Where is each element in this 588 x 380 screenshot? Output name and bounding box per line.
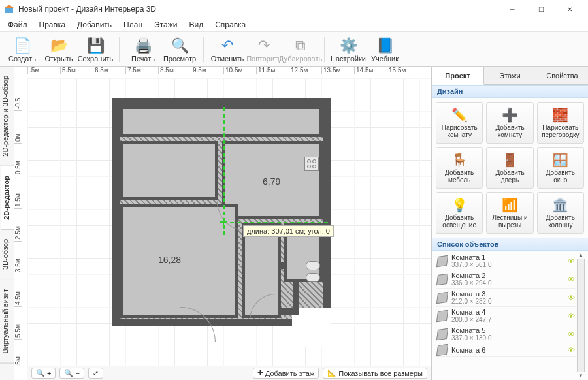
window-minimize-button[interactable]: ─ [498, 0, 527, 18]
svg-marker-1 [5, 5, 14, 8]
right-panel: Проект Этажи Свойства Дизайн ✏️Нарисоват… [431, 67, 588, 380]
menu-add[interactable]: Добавить [72, 19, 117, 31]
app-icon [4, 4, 14, 14]
toolbar-duplicate[interactable]: ⧉Дублировать [282, 33, 319, 66]
ruler-tick: .5м [27, 67, 60, 74]
tool-add-light[interactable]: 💡Добавить освещение [436, 192, 483, 234]
object-dimensions: 200.0 × 247.7 [451, 316, 491, 323]
stairs-icon: 📶 [502, 197, 518, 213]
undo-icon: ↶ [217, 37, 238, 54]
object-list-item[interactable]: Комната 2336.0 × 294.0👁 [436, 270, 576, 289]
ruler-tick: 3.5м [14, 242, 22, 274]
chair-icon: 🪑 [451, 152, 468, 168]
room-icon [436, 273, 448, 285]
visibility-icon[interactable]: 👁 [568, 276, 575, 283]
object-list-item[interactable]: Комната 4200.0 × 247.7👁 [436, 307, 576, 325]
ruler-tick: 10.5м [223, 67, 256, 74]
zoom-out-button[interactable]: 🔍− [59, 368, 84, 379]
menu-file[interactable]: Файл [3, 19, 33, 31]
scroll-down-button[interactable]: ▼ [578, 373, 583, 379]
ruler-tick: 0м [14, 111, 22, 144]
object-list-item[interactable]: Комната 3212.0 × 282.0👁 [436, 289, 576, 307]
add-floor-button[interactable]: ✚Добавить этаж [253, 368, 319, 379]
scroll-track[interactable] [577, 259, 585, 372]
design-tool-grid: ✏️Нарисовать комнату ➕Добавить комнату 🧱… [432, 98, 588, 238]
window-maximize-button[interactable]: ☐ [527, 0, 555, 18]
save-icon: 💾 [85, 37, 106, 54]
toolbar-tutorial[interactable]: 📘Учебник [367, 33, 403, 66]
svg-rect-0 [5, 8, 13, 13]
scroll-up-button[interactable]: ▲ [578, 252, 583, 258]
toolbar-save[interactable]: 💾Сохранить [77, 33, 114, 66]
canvas-bottom-bar: 🔍+ 🔍− ⤢ ✚Добавить этаж 📐Показывать все р… [27, 366, 431, 380]
ruler-tick: 13.5м [321, 67, 354, 74]
room-icon [436, 255, 448, 267]
tab-virtual-visit[interactable]: Виртуальный визит [0, 279, 14, 364]
ruler-icon: 📐 [327, 369, 336, 377]
ruler-tick: 6.5м [14, 340, 22, 366]
toolbar-open[interactable]: 📂Открыть [41, 33, 77, 66]
room-icon [436, 328, 448, 340]
toolbar-create[interactable]: 📄Создать [4, 33, 41, 66]
window-icon: 🪟 [552, 152, 568, 168]
menu-plan[interactable]: План [118, 19, 148, 31]
tool-add-furniture[interactable]: 🪑Добавить мебель [436, 147, 483, 189]
menu-view[interactable]: Вид [184, 19, 208, 31]
canvas-2d[interactable]: 6,79 16,28 [27, 78, 431, 366]
column-icon: 🏛️ [552, 197, 568, 213]
menu-bar: Файл Правка Добавить План Этажи Вид Спра… [0, 18, 588, 31]
object-list-item[interactable]: Комната 1337.0 × 561.0👁 [436, 252, 576, 270]
show-dimensions-button[interactable]: 📐Показывать все размеры [323, 368, 427, 379]
object-name: Комната 1 [451, 253, 491, 261]
tool-add-window[interactable]: 🪟Добавить окно [537, 147, 584, 189]
menu-edit[interactable]: Правка [34, 19, 71, 31]
plus-icon: ✚ [257, 369, 263, 377]
tab-2d-editor[interactable]: 2D-редактор [1, 166, 14, 230]
visibility-icon[interactable]: 👁 [568, 257, 575, 265]
toolbar-preview[interactable]: 🔍Просмотр [161, 33, 198, 66]
ruler-tick: 2.5м [14, 209, 22, 242]
menu-floors[interactable]: Этажи [149, 19, 182, 31]
new-file-icon: 📄 [12, 37, 33, 54]
zoom-in-button[interactable]: 🔍+ [31, 368, 56, 379]
ruler-tick: 6.5м [93, 67, 125, 74]
object-list-item[interactable]: Комната 6👁 [436, 343, 576, 357]
visibility-icon[interactable]: 👁 [568, 346, 575, 354]
toolbar-undo[interactable]: ↶Отменить [209, 33, 246, 66]
room-area-label: 6,79 [263, 176, 280, 187]
tab-2d-3d[interactable]: 2D-редактор и 3D-обзор [0, 67, 14, 166]
redo-icon: ↷ [253, 37, 274, 54]
tool-add-door[interactable]: 🚪Добавить дверь [486, 147, 533, 189]
object-list-item[interactable]: Комната 5337.0 × 130.0👁 [436, 325, 576, 343]
ruler-tick: 7.5м [125, 67, 158, 74]
tool-draw-partition[interactable]: 🧱Нарисовать перегородку [537, 102, 584, 144]
window-close-button[interactable]: ✕ [555, 0, 584, 18]
tab-floors[interactable]: Этажи [484, 67, 536, 84]
tab-3d-view[interactable]: 3D-обзор [0, 230, 14, 279]
tool-stairs-cutouts[interactable]: 📶Лестницы и вырезы [486, 192, 533, 234]
bulb-icon: 💡 [451, 197, 468, 213]
open-folder-icon: 📂 [48, 37, 69, 54]
toolbar-redo[interactable]: ↷Повторить [246, 33, 282, 66]
ruler-tick: -0.5 [14, 78, 22, 111]
room-icon [436, 309, 448, 322]
tool-add-column[interactable]: 🏛️Добавить колонну [537, 192, 584, 234]
ruler-horizontal: .5м5.5м6.5м7.5м8.5м9.5м10.5м11.5м12.5м13… [27, 67, 431, 78]
object-dimensions: 212.0 × 282.0 [451, 298, 491, 305]
visibility-icon[interactable]: 👁 [568, 294, 575, 302]
tab-properties[interactable]: Свойства [536, 67, 588, 84]
tab-project[interactable]: Проект [432, 67, 484, 85]
tool-draw-room[interactable]: ✏️Нарисовать комнату [436, 102, 483, 144]
zoom-fit-button[interactable]: ⤢ [88, 368, 103, 379]
toolbar-settings[interactable]: ⚙️Настройки [330, 33, 367, 66]
toolbar-print[interactable]: 🖨️Печать [125, 33, 161, 66]
visibility-icon[interactable]: 👁 [568, 312, 575, 320]
ruler-tick: 11.5м [256, 67, 289, 74]
visibility-icon[interactable]: 👁 [568, 330, 575, 338]
floor-plan[interactable]: 6,79 16,28 [112, 98, 331, 346]
ruler-tick: 4.5м [14, 274, 22, 307]
object-list-scrollbar[interactable]: ▲ ▼ [576, 252, 585, 379]
preview-icon: 🔍 [169, 37, 190, 54]
menu-help[interactable]: Справка [210, 19, 251, 31]
tool-add-room[interactable]: ➕Добавить комнату [486, 102, 533, 144]
